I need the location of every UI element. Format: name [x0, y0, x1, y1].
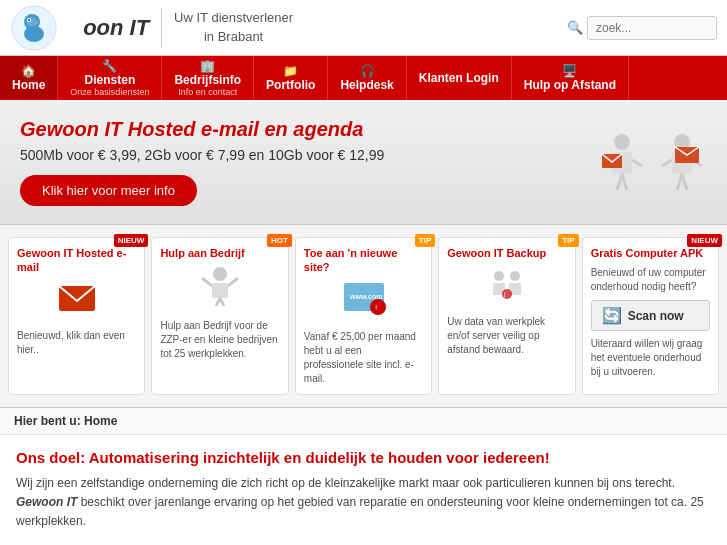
banner-subtitle: 500Mb voor € 3,99, 2Gb voor € 7,99 en 10… [20, 147, 597, 163]
portfolio-icon: 📁 [283, 64, 298, 78]
svg-line-27 [228, 278, 238, 286]
card-img-2 [160, 266, 279, 313]
scan-now-button[interactable]: 🔄 Scan now [591, 300, 710, 331]
home-icon: 🏠 [21, 64, 36, 78]
nav-item-home[interactable]: 🏠 Home [0, 56, 58, 100]
banner: Gewoon IT Hosted e-mail en agenda 500Mb … [0, 100, 727, 225]
header: Goon IT Uw IT dienstverlener in Brabant … [0, 0, 727, 56]
svg-line-17 [682, 174, 687, 190]
svg-text:!: ! [375, 303, 377, 312]
svg-line-25 [220, 298, 224, 306]
logo-area: Goon IT [10, 4, 149, 52]
nav-item-diensten[interactable]: 🔧 Diensten Onze basisdiensten [58, 56, 162, 100]
card-title-2: Hulp aan Bedrijf [160, 246, 279, 260]
svg-line-18 [662, 160, 672, 166]
card-backup: TIP Gewoon IT Backup i Uw data van werkp… [438, 237, 575, 395]
svg-text:www.com: www.com [349, 293, 382, 300]
card-apk: NIEUW Gratis Computer APK Benieuwd of uw… [582, 237, 719, 395]
card-badge-3: TIP [415, 234, 435, 247]
card-badge-4: TIP [558, 234, 578, 247]
search-input[interactable] [587, 16, 717, 40]
card-hosted-email: NIEUW Gewoon IT Hosted e-mail Benieuwd, … [8, 237, 145, 395]
tagline: Uw IT dienstverlener in Brabant [174, 9, 293, 45]
card-text-bottom-5: Uiteraard willen wij graag het eventuele… [591, 337, 710, 379]
card-hulp-bedrijf: HOT Hulp aan Bedrijf Hulp aan Bedrijf vo… [151, 237, 288, 395]
svg-point-7 [614, 134, 630, 150]
card-title-3: Toe aan 'n nieuwe site? [304, 246, 423, 275]
banner-cta-button[interactable]: Klik hier voor meer info [20, 175, 197, 206]
svg-point-22 [213, 267, 227, 281]
card-img-4: i [447, 266, 566, 309]
search-icon: 🔍 [567, 20, 583, 35]
svg-point-3 [24, 26, 44, 42]
card-nieuwe-site: TIP Toe aan 'n nieuwe site? www.com ! Va… [295, 237, 432, 395]
main-content: Ons doel: Automatisering inzichtelijk en… [0, 435, 727, 545]
envelope-icon-1 [57, 281, 97, 316]
svg-line-12 [632, 160, 642, 166]
card-text-3: Vanaf € 25,00 per maand hebt u al een pr… [304, 330, 423, 386]
svg-line-26 [202, 278, 212, 286]
person-envelope-svg-1 [597, 132, 647, 192]
card-img-1 [17, 281, 136, 323]
logo-text: Goon IT [66, 15, 149, 41]
group-people-icon: i [485, 266, 529, 302]
card-text-top-5: Benieuwd of uw computer onderhoud nodig … [591, 266, 710, 294]
nav-item-klanten-login[interactable]: Klanten Login [407, 56, 512, 100]
logo-icon [10, 4, 58, 52]
card-badge-1: NIEUW [114, 234, 149, 247]
banner-illustrations [597, 132, 707, 192]
card-badge-5: NIEUW [687, 234, 722, 247]
svg-point-32 [494, 271, 504, 281]
nav-bar: 🏠 Home 🔧 Diensten Onze basisdiensten 🏢 B… [0, 56, 727, 100]
card-title-4: Gewoon IT Backup [447, 246, 566, 260]
card-img-3: www.com ! [304, 281, 423, 324]
card-title-5: Gratis Computer APK [591, 246, 710, 260]
nav-item-portfolio[interactable]: 📁 Portfolio [254, 56, 328, 100]
email-figure-2 [657, 132, 707, 192]
card-text-2: Hulp aan Bedrijf voor de ZZP-er en klein… [160, 319, 279, 361]
card-text-4: Uw data van werkplek en/of server veilig… [447, 315, 566, 357]
website-icon: www.com ! [342, 281, 386, 317]
cards-section: NIEUW Gewoon IT Hosted e-mail Benieuwd, … [0, 225, 727, 408]
diensten-icon: 🔧 [102, 59, 117, 73]
scan-icon: 🔄 [602, 306, 622, 325]
nav-item-bedrijfsinfo[interactable]: 🏢 Bedrijfsinfo Info en contact [162, 56, 254, 100]
banner-title: Gewoon IT Hosted e-mail en agenda [20, 118, 597, 141]
person-envelope-svg-2 [657, 132, 707, 192]
helpdesk-icon: 🎧 [360, 64, 375, 78]
card-badge-2: HOT [267, 234, 292, 247]
search-area: 🔍 [567, 16, 717, 40]
remote-icon: 🖥️ [562, 64, 577, 78]
card-title-1: Gewoon IT Hosted e-mail [17, 246, 136, 275]
card-text-1: Benieuwd, klik dan even hier.. [17, 329, 136, 357]
nav-item-hulp-op-afstand[interactable]: 🖥️ Hulp op Afstand [512, 56, 629, 100]
main-text: Wij zijn een zelfstandige onderneming di… [16, 474, 711, 532]
banner-text: Gewoon IT Hosted e-mail en agenda 500Mb … [20, 118, 597, 206]
bedrijfsinfo-icon: 🏢 [200, 59, 215, 73]
breadcrumb: Hier bent u: Home [0, 408, 727, 435]
svg-rect-23 [212, 283, 228, 298]
svg-line-10 [622, 174, 627, 190]
svg-point-5 [28, 19, 30, 21]
svg-point-30 [370, 299, 386, 315]
header-divider [161, 8, 162, 48]
person-arms-up-icon [200, 266, 240, 306]
svg-point-34 [510, 271, 520, 281]
nav-item-helpdesk[interactable]: 🎧 Helpdesk [328, 56, 406, 100]
main-title: Ons doel: Automatisering inzichtelijk en… [16, 449, 711, 466]
email-figure-1 [597, 132, 647, 192]
